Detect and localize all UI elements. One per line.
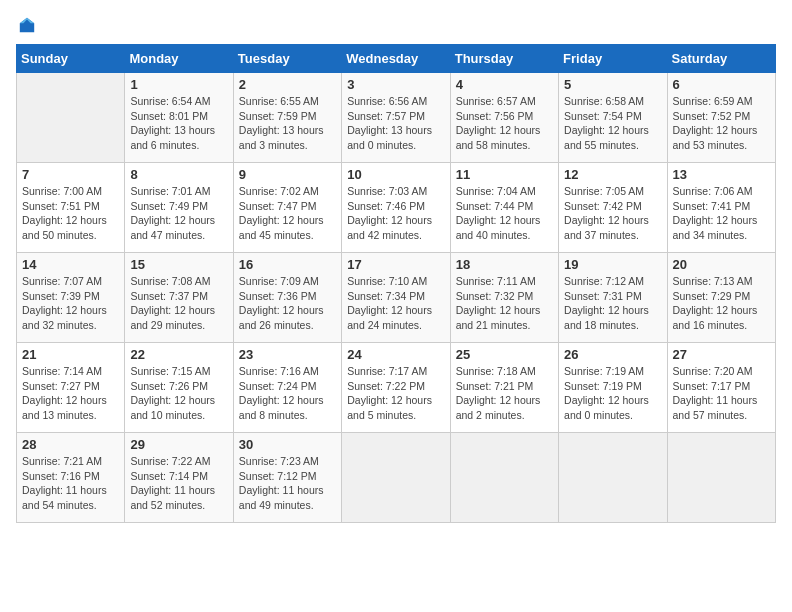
calendar-cell: 8Sunrise: 7:01 AM Sunset: 7:49 PM Daylig… bbox=[125, 163, 233, 253]
day-number: 4 bbox=[456, 77, 553, 92]
calendar-cell: 3Sunrise: 6:56 AM Sunset: 7:57 PM Daylig… bbox=[342, 73, 450, 163]
calendar-cell: 22Sunrise: 7:15 AM Sunset: 7:26 PM Dayli… bbox=[125, 343, 233, 433]
calendar-cell: 19Sunrise: 7:12 AM Sunset: 7:31 PM Dayli… bbox=[559, 253, 667, 343]
day-info: Sunrise: 7:02 AM Sunset: 7:47 PM Dayligh… bbox=[239, 184, 336, 243]
day-info: Sunrise: 7:05 AM Sunset: 7:42 PM Dayligh… bbox=[564, 184, 661, 243]
day-info: Sunrise: 7:09 AM Sunset: 7:36 PM Dayligh… bbox=[239, 274, 336, 333]
day-info: Sunrise: 7:10 AM Sunset: 7:34 PM Dayligh… bbox=[347, 274, 444, 333]
day-info: Sunrise: 7:16 AM Sunset: 7:24 PM Dayligh… bbox=[239, 364, 336, 423]
day-number: 20 bbox=[673, 257, 770, 272]
day-info: Sunrise: 6:55 AM Sunset: 7:59 PM Dayligh… bbox=[239, 94, 336, 153]
day-info: Sunrise: 7:21 AM Sunset: 7:16 PM Dayligh… bbox=[22, 454, 119, 513]
calendar-cell bbox=[17, 73, 125, 163]
day-info: Sunrise: 7:15 AM Sunset: 7:26 PM Dayligh… bbox=[130, 364, 227, 423]
day-number: 15 bbox=[130, 257, 227, 272]
calendar-week-1: 1Sunrise: 6:54 AM Sunset: 8:01 PM Daylig… bbox=[17, 73, 776, 163]
day-number: 13 bbox=[673, 167, 770, 182]
calendar-cell: 28Sunrise: 7:21 AM Sunset: 7:16 PM Dayli… bbox=[17, 433, 125, 523]
day-number: 7 bbox=[22, 167, 119, 182]
calendar-cell bbox=[342, 433, 450, 523]
day-number: 19 bbox=[564, 257, 661, 272]
day-number: 27 bbox=[673, 347, 770, 362]
day-number: 10 bbox=[347, 167, 444, 182]
day-number: 24 bbox=[347, 347, 444, 362]
page-header bbox=[16, 16, 776, 34]
day-info: Sunrise: 7:03 AM Sunset: 7:46 PM Dayligh… bbox=[347, 184, 444, 243]
day-number: 30 bbox=[239, 437, 336, 452]
calendar-cell: 5Sunrise: 6:58 AM Sunset: 7:54 PM Daylig… bbox=[559, 73, 667, 163]
day-info: Sunrise: 6:56 AM Sunset: 7:57 PM Dayligh… bbox=[347, 94, 444, 153]
day-number: 16 bbox=[239, 257, 336, 272]
calendar-cell: 7Sunrise: 7:00 AM Sunset: 7:51 PM Daylig… bbox=[17, 163, 125, 253]
calendar-cell bbox=[667, 433, 775, 523]
calendar-cell bbox=[559, 433, 667, 523]
day-number: 14 bbox=[22, 257, 119, 272]
calendar-cell: 26Sunrise: 7:19 AM Sunset: 7:19 PM Dayli… bbox=[559, 343, 667, 433]
day-header-sunday: Sunday bbox=[17, 45, 125, 73]
day-info: Sunrise: 7:06 AM Sunset: 7:41 PM Dayligh… bbox=[673, 184, 770, 243]
calendar-cell: 13Sunrise: 7:06 AM Sunset: 7:41 PM Dayli… bbox=[667, 163, 775, 253]
day-header-saturday: Saturday bbox=[667, 45, 775, 73]
calendar-week-5: 28Sunrise: 7:21 AM Sunset: 7:16 PM Dayli… bbox=[17, 433, 776, 523]
day-info: Sunrise: 7:23 AM Sunset: 7:12 PM Dayligh… bbox=[239, 454, 336, 513]
day-info: Sunrise: 7:07 AM Sunset: 7:39 PM Dayligh… bbox=[22, 274, 119, 333]
day-info: Sunrise: 7:20 AM Sunset: 7:17 PM Dayligh… bbox=[673, 364, 770, 423]
day-number: 22 bbox=[130, 347, 227, 362]
day-number: 1 bbox=[130, 77, 227, 92]
day-number: 11 bbox=[456, 167, 553, 182]
calendar-week-2: 7Sunrise: 7:00 AM Sunset: 7:51 PM Daylig… bbox=[17, 163, 776, 253]
day-info: Sunrise: 6:59 AM Sunset: 7:52 PM Dayligh… bbox=[673, 94, 770, 153]
day-number: 3 bbox=[347, 77, 444, 92]
day-header-monday: Monday bbox=[125, 45, 233, 73]
calendar-cell: 9Sunrise: 7:02 AM Sunset: 7:47 PM Daylig… bbox=[233, 163, 341, 253]
day-number: 9 bbox=[239, 167, 336, 182]
calendar-cell: 14Sunrise: 7:07 AM Sunset: 7:39 PM Dayli… bbox=[17, 253, 125, 343]
day-header-tuesday: Tuesday bbox=[233, 45, 341, 73]
day-info: Sunrise: 7:00 AM Sunset: 7:51 PM Dayligh… bbox=[22, 184, 119, 243]
svg-marker-0 bbox=[20, 18, 34, 32]
calendar-cell: 15Sunrise: 7:08 AM Sunset: 7:37 PM Dayli… bbox=[125, 253, 233, 343]
calendar-cell: 29Sunrise: 7:22 AM Sunset: 7:14 PM Dayli… bbox=[125, 433, 233, 523]
calendar-cell: 4Sunrise: 6:57 AM Sunset: 7:56 PM Daylig… bbox=[450, 73, 558, 163]
calendar-cell: 27Sunrise: 7:20 AM Sunset: 7:17 PM Dayli… bbox=[667, 343, 775, 433]
day-number: 29 bbox=[130, 437, 227, 452]
calendar-week-3: 14Sunrise: 7:07 AM Sunset: 7:39 PM Dayli… bbox=[17, 253, 776, 343]
day-info: Sunrise: 7:18 AM Sunset: 7:21 PM Dayligh… bbox=[456, 364, 553, 423]
calendar-cell: 20Sunrise: 7:13 AM Sunset: 7:29 PM Dayli… bbox=[667, 253, 775, 343]
day-info: Sunrise: 7:04 AM Sunset: 7:44 PM Dayligh… bbox=[456, 184, 553, 243]
day-info: Sunrise: 7:01 AM Sunset: 7:49 PM Dayligh… bbox=[130, 184, 227, 243]
calendar-cell: 17Sunrise: 7:10 AM Sunset: 7:34 PM Dayli… bbox=[342, 253, 450, 343]
day-number: 18 bbox=[456, 257, 553, 272]
day-number: 12 bbox=[564, 167, 661, 182]
day-info: Sunrise: 7:12 AM Sunset: 7:31 PM Dayligh… bbox=[564, 274, 661, 333]
calendar-cell: 23Sunrise: 7:16 AM Sunset: 7:24 PM Dayli… bbox=[233, 343, 341, 433]
day-info: Sunrise: 6:54 AM Sunset: 8:01 PM Dayligh… bbox=[130, 94, 227, 153]
calendar-cell: 30Sunrise: 7:23 AM Sunset: 7:12 PM Dayli… bbox=[233, 433, 341, 523]
day-header-friday: Friday bbox=[559, 45, 667, 73]
calendar-cell: 24Sunrise: 7:17 AM Sunset: 7:22 PM Dayli… bbox=[342, 343, 450, 433]
day-info: Sunrise: 7:11 AM Sunset: 7:32 PM Dayligh… bbox=[456, 274, 553, 333]
day-info: Sunrise: 7:22 AM Sunset: 7:14 PM Dayligh… bbox=[130, 454, 227, 513]
day-number: 8 bbox=[130, 167, 227, 182]
logo-icon bbox=[18, 16, 36, 34]
day-info: Sunrise: 7:14 AM Sunset: 7:27 PM Dayligh… bbox=[22, 364, 119, 423]
day-number: 17 bbox=[347, 257, 444, 272]
day-header-thursday: Thursday bbox=[450, 45, 558, 73]
calendar-cell: 6Sunrise: 6:59 AM Sunset: 7:52 PM Daylig… bbox=[667, 73, 775, 163]
day-number: 28 bbox=[22, 437, 119, 452]
day-info: Sunrise: 7:13 AM Sunset: 7:29 PM Dayligh… bbox=[673, 274, 770, 333]
calendar-cell: 2Sunrise: 6:55 AM Sunset: 7:59 PM Daylig… bbox=[233, 73, 341, 163]
calendar-cell: 25Sunrise: 7:18 AM Sunset: 7:21 PM Dayli… bbox=[450, 343, 558, 433]
calendar-cell: 18Sunrise: 7:11 AM Sunset: 7:32 PM Dayli… bbox=[450, 253, 558, 343]
day-number: 25 bbox=[456, 347, 553, 362]
days-header-row: SundayMondayTuesdayWednesdayThursdayFrid… bbox=[17, 45, 776, 73]
day-number: 6 bbox=[673, 77, 770, 92]
day-info: Sunrise: 7:08 AM Sunset: 7:37 PM Dayligh… bbox=[130, 274, 227, 333]
calendar-cell: 12Sunrise: 7:05 AM Sunset: 7:42 PM Dayli… bbox=[559, 163, 667, 253]
calendar-cell: 11Sunrise: 7:04 AM Sunset: 7:44 PM Dayli… bbox=[450, 163, 558, 253]
calendar-week-4: 21Sunrise: 7:14 AM Sunset: 7:27 PM Dayli… bbox=[17, 343, 776, 433]
calendar-cell: 16Sunrise: 7:09 AM Sunset: 7:36 PM Dayli… bbox=[233, 253, 341, 343]
calendar-cell: 21Sunrise: 7:14 AM Sunset: 7:27 PM Dayli… bbox=[17, 343, 125, 433]
day-info: Sunrise: 6:58 AM Sunset: 7:54 PM Dayligh… bbox=[564, 94, 661, 153]
calendar-cell: 10Sunrise: 7:03 AM Sunset: 7:46 PM Dayli… bbox=[342, 163, 450, 253]
